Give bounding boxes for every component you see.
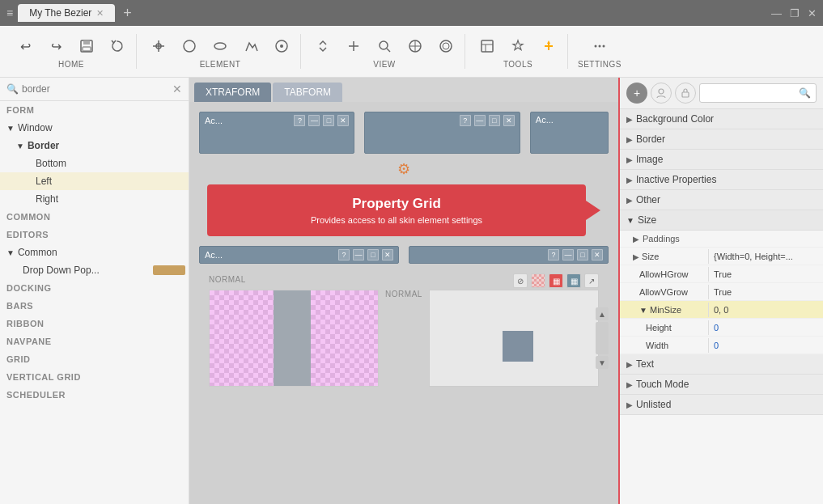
canvas-btn-min2[interactable]: — (474, 115, 486, 126)
view-tool-1[interactable] (311, 34, 335, 58)
center-content: XTRAFORM TABFORM Ac... ? — □ ✕ (189, 78, 618, 504)
prop-group-size[interactable]: ▼ Size (620, 210, 823, 231)
title-tab-close[interactable]: ✕ (96, 8, 104, 19)
normal-icon-1[interactable]: ⊘ (513, 273, 528, 288)
canvas-btn-max4[interactable]: □ (367, 249, 379, 260)
prop-group-border[interactable]: ▶ Border (620, 129, 823, 150)
tab-tabform[interactable]: TABFORM (273, 83, 342, 102)
close-button[interactable]: ✕ (808, 7, 817, 19)
restore-button[interactable]: ❐ (790, 7, 800, 19)
normal-icon-3[interactable]: ▦ (549, 273, 563, 288)
right-panel-search[interactable]: 🔍 (699, 83, 817, 103)
canvas-btn-max5[interactable]: □ (577, 249, 588, 260)
prop-group-text-label: Text (636, 358, 654, 370)
element-tool-5[interactable] (269, 34, 294, 58)
normal-icon-2[interactable] (531, 273, 545, 288)
title-bar: ≡ My The Bezier ✕ + — ❐ ✕ (0, 0, 823, 26)
sidebar-section-vertical-grid: VERTICAL GRID (0, 368, 189, 386)
normal-icon-5[interactable]: ↗ (584, 273, 599, 288)
element-tool-3[interactable] (208, 34, 232, 58)
prop-value-size[interactable]: {Width=0, Height=... (709, 249, 823, 264)
canvas-btn-close2[interactable]: ✕ (503, 115, 515, 126)
minimize-button[interactable]: — (771, 7, 782, 19)
preview-row: NORMAL ▲ ▼ (199, 290, 609, 387)
canvas-btn-help1[interactable]: ? (294, 115, 305, 126)
sidebar-item-dropdown[interactable]: Drop Down Pop... (0, 261, 189, 279)
element-tool-2[interactable] (177, 34, 202, 58)
canvas-btn-close1[interactable]: ✕ (337, 115, 349, 126)
canvas-btn-help4[interactable]: ? (338, 249, 350, 260)
scroll-down-button[interactable]: ▼ (596, 356, 609, 369)
refresh-button[interactable] (105, 34, 129, 58)
canvas-btn-max1[interactable]: □ (323, 115, 334, 126)
title-tab[interactable]: My The Bezier ✕ (18, 4, 115, 22)
canvas-btn-help5[interactable]: ? (548, 249, 559, 260)
tab-xtraform[interactable]: XTRAFORM (194, 83, 271, 102)
sidebar-item-border[interactable]: ▼ Border (0, 137, 189, 155)
add-property-button[interactable]: + (626, 83, 647, 104)
sidebar-item-window[interactable]: ▼ Window (0, 119, 189, 137)
view-tool-5[interactable] (434, 34, 458, 58)
redo-button[interactable]: ↪ (44, 34, 68, 58)
sidebar-item-left[interactable]: Left (0, 172, 189, 190)
canvas-btn-min5[interactable]: — (562, 249, 574, 260)
canvas-btn-max2[interactable]: □ (489, 115, 500, 126)
toolbar-view-label: VIEW (373, 60, 396, 69)
canvas-btn-min1[interactable]: — (308, 115, 320, 126)
sidebar-item-common[interactable]: ▼ Common (0, 244, 189, 261)
prop-paddings-label: Paddings (643, 234, 680, 244)
save-button[interactable] (74, 34, 99, 58)
lock-button[interactable] (675, 83, 696, 104)
prop-value-width[interactable]: 0 (709, 338, 823, 353)
element-tool-4[interactable] (239, 34, 263, 58)
normal-icons: ⊘ ▦ ▦ ↗ (513, 273, 599, 288)
canvas-btn-close5[interactable]: ✕ (592, 249, 603, 260)
prop-value-allowhgrow[interactable]: True (709, 267, 823, 282)
prop-group-inactive-properties[interactable]: ▶ Inactive Properties (620, 170, 823, 190)
add-tab-button[interactable]: + (123, 5, 132, 22)
search-input[interactable] (22, 83, 169, 95)
prop-group-image[interactable]: ▶ Image (620, 150, 823, 170)
prop-group-touch-mode[interactable]: ▶ Touch Mode (620, 375, 823, 395)
scroll-up-button[interactable]: ▲ (596, 307, 609, 320)
prop-value-minsize[interactable]: 0, 0 (709, 303, 823, 317)
prop-name-width: Width (620, 338, 709, 353)
person-button[interactable] (651, 83, 672, 104)
tools-tool-3[interactable] (537, 34, 561, 58)
undo-button[interactable]: ↩ (13, 34, 37, 58)
canvas-btn-help2[interactable]: ? (460, 115, 471, 126)
search-clear-button[interactable]: ✕ (172, 83, 182, 95)
prop-value-height[interactable]: 0 (709, 320, 823, 335)
canvas-window-row-1: Ac... ? — □ ✕ ? — □ ✕ (199, 112, 609, 154)
tools-tool-2[interactable] (506, 34, 530, 58)
sidebar-section-editors: EDITORS (0, 226, 189, 244)
arrow-icon: ▼ (639, 306, 647, 315)
toolbar-group-tools: TOOLS (469, 34, 568, 69)
arrow-icon: ▼ (16, 142, 24, 150)
normal-icon-4[interactable]: ▦ (566, 273, 581, 288)
prop-group-other[interactable]: ▶ Other (620, 190, 823, 210)
prop-value-allowvgrow[interactable]: True (709, 285, 823, 299)
svg-rect-15 (481, 40, 493, 52)
popup-subtitle: Provides access to all skin element sett… (223, 215, 570, 225)
sidebar-item-bottom[interactable]: Bottom (0, 155, 189, 172)
view-tool-3[interactable] (372, 34, 397, 58)
prop-subgroup-paddings[interactable]: ▶ Paddings (620, 231, 823, 248)
view-tool-4[interactable] (403, 34, 427, 58)
canvas-window-3: Ac... (530, 112, 609, 154)
prop-group-border-label: Border (636, 133, 665, 145)
prop-group-text[interactable]: ▶ Text (620, 354, 823, 375)
canvas-btn-close4[interactable]: ✕ (382, 249, 393, 260)
svg-rect-2 (83, 47, 91, 51)
prop-group-unlisted[interactable]: ▶ Unlisted (620, 395, 823, 415)
view-tool-2[interactable] (342, 34, 366, 58)
svg-line-9 (387, 49, 390, 52)
canvas-btn-min4[interactable]: — (353, 249, 364, 260)
element-tool-1[interactable] (146, 34, 171, 58)
sidebar-item-right[interactable]: Right (0, 190, 189, 208)
prop-name-minsize: ▼ MinSize (620, 303, 709, 317)
prop-group-background-color[interactable]: ▶ Background Color (620, 109, 823, 129)
tools-tool-1[interactable] (475, 34, 499, 58)
settings-tool-1[interactable] (588, 34, 612, 58)
menu-icon[interactable]: ≡ (6, 6, 13, 19)
